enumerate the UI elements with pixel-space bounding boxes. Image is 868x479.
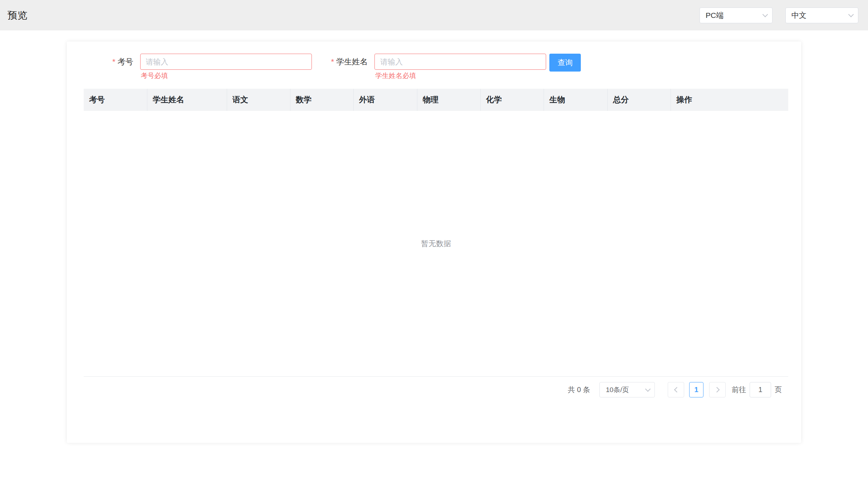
device-select[interactable]: PC端 — [700, 8, 773, 23]
page-size-select[interactable]: 10条/页 — [599, 382, 655, 397]
next-page-button[interactable] — [709, 382, 726, 397]
exam-no-label-text: 考号 — [118, 57, 133, 66]
page-title: 预览 — [8, 9, 28, 22]
search-form: *考号 考号必填 *学生姓名 学生姓名必填 查询 — [67, 41, 801, 80]
table-header-row: 考号 学生姓名 语文 数学 外语 物理 化学 生物 总分 操作 — [84, 89, 788, 111]
col-header-math: 数学 — [290, 89, 354, 111]
goto-page-input[interactable] — [750, 382, 771, 397]
results-table: 考号 学生姓名 语文 数学 外语 物理 化学 生物 总分 操作 暂无数据 — [84, 89, 788, 377]
search-button[interactable]: 查询 — [549, 54, 581, 72]
col-header-total-score: 总分 — [608, 89, 671, 111]
col-header-biology: 生物 — [544, 89, 608, 111]
chevron-down-icon — [848, 11, 854, 17]
col-header-chemistry: 化学 — [481, 89, 544, 111]
page-unit-label: 页 — [775, 385, 782, 395]
exam-no-field: *考号 考号必填 — [112, 54, 312, 80]
col-header-physics: 物理 — [417, 89, 481, 111]
device-select-value: PC端 — [706, 10, 724, 20]
student-name-label: *学生姓名 — [331, 54, 368, 80]
col-header-chinese: 语文 — [227, 89, 290, 111]
exam-no-input-wrap: 考号必填 — [140, 54, 312, 80]
prev-page-button[interactable] — [668, 382, 684, 397]
topbar-right: PC端 中文 — [700, 8, 858, 23]
student-name-input-wrap: 学生姓名必填 — [374, 54, 546, 80]
chevron-down-icon — [762, 11, 768, 17]
student-name-error: 学生姓名必填 — [374, 71, 546, 80]
page-1-button[interactable]: 1 — [689, 382, 703, 397]
student-name-field: *学生姓名 学生姓名必填 — [331, 54, 546, 80]
language-select-value: 中文 — [791, 10, 806, 20]
chevron-left-icon — [674, 387, 680, 393]
goto-label: 前往 — [732, 385, 746, 395]
pagination: 共 0 条 10条/页 1 前往 页 — [67, 377, 801, 403]
empty-state-text: 暂无数据 — [421, 239, 451, 249]
exam-no-input[interactable] — [140, 54, 312, 70]
student-name-label-text: 学生姓名 — [336, 57, 368, 66]
required-asterisk: * — [112, 57, 116, 66]
total-count: 共 0 条 — [568, 385, 590, 395]
col-header-foreign-language: 外语 — [354, 89, 417, 111]
page-size-value: 10条/页 — [606, 385, 629, 395]
exam-no-label: *考号 — [112, 54, 133, 80]
col-header-exam-no: 考号 — [84, 89, 147, 111]
preview-card: *考号 考号必填 *学生姓名 学生姓名必填 查询 考号 学生姓名 语文 数学 外… — [67, 41, 801, 443]
col-header-actions: 操作 — [671, 89, 788, 111]
table-body-empty: 暂无数据 — [84, 111, 788, 377]
topbar: 预览 PC端 中文 — [0, 0, 868, 30]
student-name-input[interactable] — [374, 54, 546, 70]
chevron-right-icon — [714, 387, 720, 393]
required-asterisk: * — [331, 57, 334, 66]
col-header-student-name: 学生姓名 — [147, 89, 227, 111]
chevron-down-icon — [645, 386, 651, 392]
language-select[interactable]: 中文 — [785, 8, 858, 23]
exam-no-error: 考号必填 — [140, 71, 312, 80]
